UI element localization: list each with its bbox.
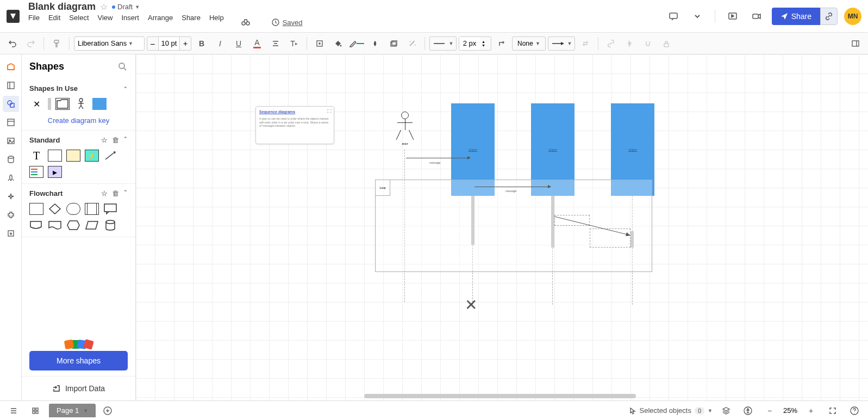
magnet-button[interactable] — [640, 35, 656, 52]
underline-button[interactable]: U — [230, 35, 247, 52]
shape-block[interactable] — [92, 98, 107, 110]
rail-container-icon[interactable] — [3, 114, 19, 131]
rail-sparkle-icon[interactable] — [3, 188, 19, 205]
right-panel-toggle[interactable] — [847, 35, 864, 52]
delete-icon[interactable]: 🗑 — [112, 189, 119, 197]
rail-plugin-icon[interactable] — [3, 207, 19, 223]
line-style-select[interactable]: ▼ — [429, 36, 457, 51]
more-shapes-button[interactable]: More shapes — [29, 351, 128, 370]
import-data-button[interactable]: Import Data — [22, 376, 135, 400]
layers-icon[interactable] — [718, 403, 734, 419]
grid-view-icon[interactable] — [27, 403, 43, 419]
shape-document[interactable] — [48, 219, 62, 231]
shape-rect[interactable] — [29, 203, 43, 215]
rail-home-icon[interactable] — [3, 59, 19, 75]
message-arrow-1[interactable] — [406, 158, 470, 158]
shape-diamond[interactable] — [48, 203, 62, 215]
shape-rectangle[interactable] — [48, 150, 62, 162]
fill-color-button[interactable] — [330, 35, 346, 52]
rail-image-icon[interactable] — [3, 133, 19, 149]
increase-width-button[interactable]: ▲ — [482, 40, 485, 44]
app-logo[interactable] — [7, 10, 20, 23]
message-arrow-2[interactable] — [474, 187, 551, 187]
page-tab[interactable]: Page 1 ▼ — [49, 404, 96, 417]
undo-button[interactable] — [4, 35, 21, 52]
shape-text[interactable]: T — [29, 150, 43, 162]
bold-button[interactable]: B — [193, 35, 210, 52]
comment-icon[interactable] — [665, 8, 682, 25]
menu-view[interactable]: View — [98, 14, 113, 31]
arrow-end-select[interactable]: ▼ — [548, 36, 575, 51]
shape-terminator[interactable] — [66, 203, 80, 215]
decrease-size-button[interactable]: – — [147, 39, 158, 48]
menu-help[interactable]: Help — [209, 14, 224, 31]
line-width-input[interactable] — [459, 37, 480, 50]
rail-layout-icon[interactable] — [3, 77, 19, 94]
shape-folder[interactable] — [55, 98, 70, 110]
shape-x-icon[interactable]: ✕ — [29, 98, 43, 110]
video-icon[interactable] — [748, 8, 765, 25]
rail-rocket-icon[interactable] — [3, 170, 19, 186]
menu-insert[interactable]: Insert — [121, 14, 139, 31]
draft-status-button[interactable]: Draft ▼ — [112, 3, 140, 11]
create-key-button[interactable]: Create diagram key — [29, 116, 128, 125]
section-header-in-use[interactable]: Shapes In Use ⌃ — [29, 84, 128, 92]
format-painter-button[interactable] — [48, 35, 65, 52]
align-button[interactable] — [267, 35, 284, 52]
shape-note[interactable] — [66, 150, 80, 162]
font-size-input[interactable] — [158, 37, 180, 50]
search-icon[interactable] — [118, 62, 128, 72]
canvas[interactable]: Sequence diagrams A type so use we need … — [136, 54, 868, 400]
shape-activation-bar[interactable] — [48, 98, 51, 110]
actor-shape[interactable]: actor — [397, 112, 413, 144]
diagonal-message[interactable] — [553, 215, 632, 237]
line-corner-button[interactable] — [494, 35, 510, 52]
magic-button[interactable] — [404, 35, 420, 52]
action-button[interactable] — [621, 35, 638, 52]
rail-export-icon[interactable] — [3, 225, 19, 242]
shape-hexagon[interactable] — [66, 219, 80, 231]
font-family-select[interactable]: Liberation Sans ▼ — [74, 36, 145, 51]
shape-predefined[interactable] — [85, 203, 99, 215]
shape-hotspot[interactable]: ⚡ — [85, 150, 99, 162]
present-icon[interactable] — [724, 8, 741, 25]
expand-icon[interactable]: ⛶ — [327, 109, 332, 114]
menu-share[interactable]: Share — [182, 14, 201, 31]
link-button[interactable] — [603, 35, 619, 52]
decrease-width-button[interactable]: ▼ — [482, 44, 485, 47]
share-button[interactable]: Share — [772, 8, 820, 25]
text-options-button[interactable]: T▸ — [286, 35, 302, 52]
rail-shapes-icon[interactable] — [3, 96, 19, 112]
shape-display[interactable] — [29, 219, 43, 231]
accessibility-icon[interactable] — [740, 403, 756, 419]
italic-button[interactable]: I — [212, 35, 228, 52]
shape-cylinder[interactable] — [103, 219, 117, 231]
border-color-button[interactable] — [348, 35, 365, 52]
shape-style-button[interactable] — [385, 35, 402, 52]
canvas-scrollbar[interactable] — [364, 394, 636, 398]
lock-button[interactable] — [658, 35, 675, 52]
increase-size-button[interactable]: + — [180, 39, 191, 48]
add-page-button[interactable] — [101, 404, 114, 417]
selected-objects-indicator[interactable]: Selected objects 0 ▼ — [629, 406, 713, 415]
destroy-x-icon[interactable]: ✕ — [465, 296, 477, 314]
redo-button[interactable] — [23, 35, 39, 52]
shape-actor-icon[interactable] — [74, 98, 88, 110]
pin-icon[interactable]: ☆ — [101, 136, 108, 144]
section-header-standard[interactable]: Standard ☆🗑⌃ — [29, 136, 128, 144]
fullscreen-icon[interactable] — [825, 403, 841, 419]
zoom-in-button[interactable]: + — [803, 403, 819, 419]
shape-callout[interactable] — [103, 203, 117, 215]
container-button[interactable] — [311, 35, 328, 52]
zoom-out-button[interactable]: − — [761, 403, 778, 419]
list-view-icon[interactable] — [5, 403, 22, 419]
delete-icon[interactable]: 🗑 — [112, 136, 119, 144]
binoculars-icon[interactable] — [237, 14, 254, 31]
menu-select[interactable]: Select — [69, 14, 89, 31]
shape-list[interactable] — [29, 166, 43, 178]
pin-icon[interactable]: ☆ — [101, 189, 108, 197]
menu-arrange[interactable]: Arrange — [148, 14, 173, 31]
swap-arrow-button[interactable] — [577, 35, 594, 52]
section-header-flowchart[interactable]: Flowchart ☆🗑⌃ — [29, 189, 128, 197]
document-title[interactable]: Blank diagram — [28, 1, 96, 13]
